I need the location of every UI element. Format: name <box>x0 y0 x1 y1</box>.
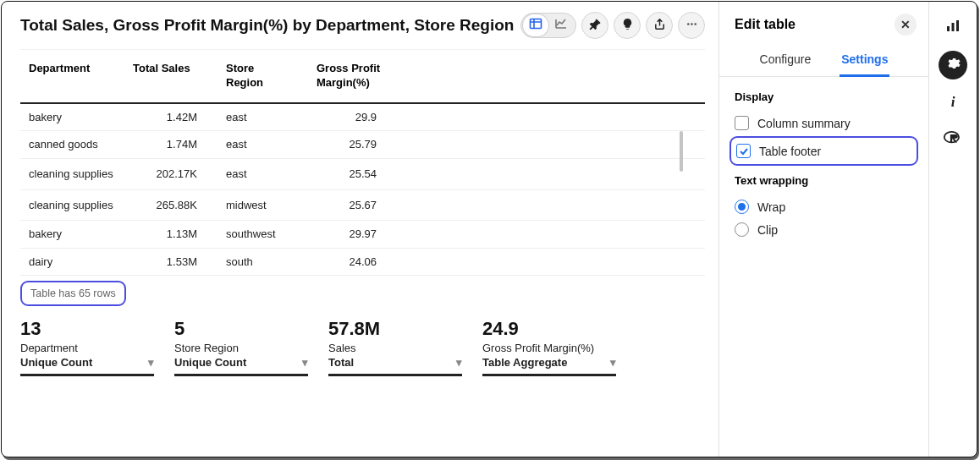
stat-label: Sales <box>328 342 462 354</box>
chevron-down-icon: ▾ <box>456 356 462 369</box>
radio-clip[interactable]: Clip <box>735 218 913 241</box>
rail-info-button[interactable]: i <box>939 88 967 117</box>
table-row[interactable]: bakery 1.42M east 29.9 <box>20 103 705 131</box>
col-total-sales[interactable]: Total Sales <box>124 50 217 103</box>
cell-region: midwest <box>217 189 308 221</box>
tab-settings[interactable]: Settings <box>840 47 889 77</box>
r-icon <box>944 130 962 149</box>
info-icon: i <box>951 94 955 111</box>
cell-total-sales: 1.42M <box>124 103 217 131</box>
cell-margin: 25.67 <box>308 189 397 221</box>
table-row[interactable]: cleaning supplies 265.88K midwest 25.67 <box>20 189 705 221</box>
table-footer-note: Table has 65 rows <box>20 281 126 306</box>
svg-rect-6 <box>947 26 950 31</box>
highlight-table-footer: Table footer <box>729 136 918 166</box>
checkbox-column-summary[interactable]: Column summary <box>735 112 913 134</box>
svg-rect-7 <box>952 23 955 31</box>
svg-rect-8 <box>956 20 959 31</box>
tab-configure[interactable]: Configure <box>758 47 813 76</box>
stat-value: 57.8M <box>328 318 462 340</box>
rail-settings-button[interactable] <box>939 51 967 79</box>
panel-tabs: Configure Settings <box>719 42 928 77</box>
cell-margin: 25.79 <box>308 131 397 159</box>
panel-title: Edit table <box>735 17 796 32</box>
section-textwrap-title: Text wrapping <box>735 174 913 187</box>
rail-r-button[interactable] <box>939 125 967 154</box>
table-row[interactable]: dairy 1.53M south 24.06 <box>20 248 705 276</box>
data-table: Department Total Sales Store Region Gros… <box>20 49 705 276</box>
ellipsis-icon <box>685 18 698 34</box>
col-margin[interactable]: Gross Profit Margin(%) <box>308 50 397 103</box>
chevron-down-icon: ▾ <box>302 356 308 369</box>
cell-margin: 25.54 <box>308 158 397 189</box>
more-button[interactable] <box>678 12 705 39</box>
stat-agg-select[interactable]: Unique Count ▾ <box>174 354 308 376</box>
stat-label: Department <box>20 342 154 354</box>
close-button[interactable]: ✕ <box>895 14 917 36</box>
checkbox-icon <box>736 144 751 158</box>
chevron-down-icon: ▾ <box>610 356 616 369</box>
checkbox-table-footer[interactable]: Table footer <box>736 140 911 162</box>
table-header-row: Department Total Sales Store Region Gros… <box>20 50 705 103</box>
col-department[interactable]: Department <box>20 50 124 103</box>
cell-region: east <box>217 131 308 159</box>
table-row[interactable]: bakery 1.13M southwest 29.97 <box>20 221 705 249</box>
stat-agg-select[interactable]: Unique Count ▾ <box>20 354 154 376</box>
edit-table-panel: Edit table ✕ Configure Settings Display … <box>719 2 929 457</box>
stat-agg-select[interactable]: Table Aggregate ▾ <box>482 354 616 376</box>
radio-label: Clip <box>757 223 778 237</box>
svg-point-3 <box>686 23 689 25</box>
stat-sales: 57.8M Sales Total ▾ <box>328 318 462 376</box>
cell-total-sales: 265.88K <box>124 189 217 221</box>
summary-stats: 13 Department Unique Count ▾ 5 Store Reg… <box>2 306 718 392</box>
stat-agg-select[interactable]: Total ▾ <box>328 354 462 376</box>
svg-point-5 <box>694 23 696 25</box>
insights-button[interactable] <box>614 12 641 39</box>
col-store-region[interactable]: Store Region <box>217 50 308 103</box>
radio-label: Wrap <box>757 200 785 214</box>
table-icon <box>529 17 542 34</box>
checkbox-icon <box>735 116 749 130</box>
cell-margin: 29.97 <box>308 221 397 249</box>
chart-view-toggle[interactable] <box>548 14 574 36</box>
cell-department: bakery <box>20 103 124 131</box>
stat-value: 13 <box>20 318 154 340</box>
view-toggle <box>520 13 576 38</box>
radio-icon <box>735 200 749 214</box>
header-actions <box>520 12 705 39</box>
svg-point-4 <box>691 23 693 25</box>
stat-store-region: 5 Store Region Unique Count ▾ <box>174 318 308 376</box>
scrollbar[interactable] <box>680 131 683 172</box>
cell-department: canned goods <box>20 131 124 159</box>
cell-margin: 24.06 <box>308 248 397 276</box>
pin-button[interactable] <box>581 12 608 39</box>
checkbox-label: Table footer <box>759 145 821 158</box>
share-button[interactable] <box>646 12 673 39</box>
page-title: Total Sales, Gross Profit Margin(%) by D… <box>20 16 520 35</box>
table-view-toggle[interactable] <box>523 14 548 36</box>
stat-label: Gross Profit Margin(%) <box>482 342 616 354</box>
radio-wrap[interactable]: Wrap <box>735 195 913 218</box>
share-icon <box>653 18 666 34</box>
gear-icon <box>945 56 961 74</box>
rail-chart-button[interactable] <box>939 14 967 42</box>
cell-department: dairy <box>20 248 124 276</box>
cell-margin: 29.9 <box>308 103 397 131</box>
svg-rect-0 <box>531 19 542 29</box>
cell-total-sales: 1.53M <box>124 248 217 276</box>
cell-total-sales: 1.13M <box>124 221 217 249</box>
stat-value: 5 <box>174 318 308 340</box>
bar-chart-icon <box>945 19 961 37</box>
cell-department: cleaning supplies <box>20 189 124 221</box>
cell-region: southwest <box>217 221 308 249</box>
right-rail: i <box>929 2 977 457</box>
stat-label: Store Region <box>174 342 308 354</box>
table-row[interactable]: canned goods 1.74M east 25.79 <box>20 131 705 159</box>
table-row[interactable]: cleaning supplies 202.17K east 25.54 <box>20 158 705 189</box>
cell-department: cleaning supplies <box>20 158 124 189</box>
cell-region: south <box>217 248 308 276</box>
cell-total-sales: 202.17K <box>124 158 217 189</box>
stat-value: 24.9 <box>482 318 616 340</box>
cell-region: east <box>217 103 308 131</box>
radio-icon <box>735 222 749 237</box>
